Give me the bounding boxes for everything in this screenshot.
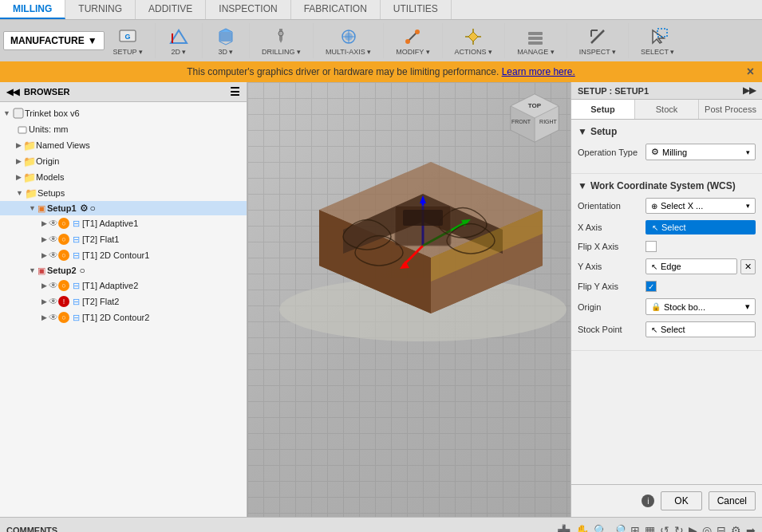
2d-tool-btn[interactable]: 2D ▾: [162, 23, 195, 58]
flip-x-axis-checkbox[interactable]: [646, 241, 657, 252]
x-axis-select-btn[interactable]: ↖ Select: [646, 220, 756, 234]
orientation-label: Orientation: [578, 201, 646, 211]
alert-close-btn[interactable]: ×: [747, 65, 754, 79]
viewport[interactable]: Y TOP RIGHT FRONT: [247, 82, 571, 517]
svg-text:FRONT: FRONT: [511, 119, 531, 124]
bottom-zoom-out-icon[interactable]: 🔎: [612, 524, 626, 533]
browser-collapse-icon[interactable]: ◀◀: [6, 87, 19, 97]
bottom-arrow-icon[interactable]: ➡: [746, 524, 756, 533]
toolbar-group-actions: ACTIONS ▾: [449, 23, 506, 58]
panel-expand-icon[interactable]: ▶▶: [743, 85, 756, 96]
wcs-section-header[interactable]: ▼ Work Coordinate System (WCS): [578, 180, 756, 191]
manage-label: MANAGE ▾: [517, 48, 555, 56]
tree-item-setups[interactable]: ▼ 📁 Setups: [0, 185, 247, 201]
bottom-rotate-right-icon[interactable]: ↻: [674, 524, 684, 533]
bottom-minus-icon[interactable]: ⊟: [717, 524, 726, 533]
orientation-dropdown[interactable]: ⊕ Select X ... ▾: [646, 198, 756, 214]
bottom-rotate-left-icon[interactable]: ↺: [660, 524, 669, 533]
tab-additive[interactable]: ADDITIVE: [136, 0, 206, 19]
y-axis-label: Y Axis: [578, 262, 646, 271]
flip-x-axis-label: Flip X Axis: [578, 242, 646, 251]
tree-label-units: Units: mm: [29, 124, 69, 134]
setup-tool-btn[interactable]: G SETUP ▾: [108, 23, 148, 58]
orientation-control: ⊕ Select X ... ▾: [646, 198, 756, 214]
actions-icon: [462, 26, 484, 48]
tab-turning[interactable]: TURNING: [65, 0, 136, 19]
setup-section-header[interactable]: ▼ Setup: [578, 126, 756, 137]
cancel-button[interactable]: Cancel: [709, 491, 756, 510]
nav-cube[interactable]: TOP RIGHT FRONT: [507, 90, 563, 146]
setup1-circle-icon: ○: [90, 203, 96, 214]
bottom-grid-icon[interactable]: ⊞: [630, 524, 640, 533]
x-axis-btn-label: Select: [661, 223, 686, 232]
actions-tool-btn[interactable]: ACTIONS ▾: [449, 23, 499, 58]
toolbar-group-setup: G SETUP ▾: [108, 23, 156, 58]
drilling-tool-btn[interactable]: DRILLING ▾: [256, 23, 306, 58]
tree-item-t1-2dcontour2[interactable]: ▶ 👁 ○ ⊟ [T1] 2D Contour2: [0, 309, 247, 325]
tree-item-origin[interactable]: ▶ 📁 Origin: [0, 153, 247, 169]
2d-label: 2D ▾: [171, 48, 186, 56]
bottom-hand-icon[interactable]: ✋: [575, 524, 589, 533]
2d-icon: [168, 26, 190, 48]
tree-label-setup1: Setup1: [47, 203, 77, 213]
bottom-circle-icon[interactable]: ◎: [702, 524, 712, 533]
3d-tool-btn[interactable]: 3D ▾: [209, 23, 243, 58]
inspect-tool-btn[interactable]: INSPECT ▾: [574, 23, 622, 58]
bottom-zoom-in-icon[interactable]: 🔍: [594, 524, 607, 533]
tree-item-t1-adaptive2[interactable]: ▶ 👁 ○ ⊟ [T1] Adaptive2: [0, 278, 247, 294]
panel-tab-postprocess[interactable]: Post Process: [699, 100, 762, 119]
browser-menu-icon[interactable]: ☰: [230, 85, 240, 98]
tab-fabrication[interactable]: FABRICATION: [291, 0, 381, 19]
tree-item-root[interactable]: ▼ Trinket box v6: [0, 105, 247, 121]
y-axis-clear-btn[interactable]: ✕: [740, 259, 756, 274]
models-chevron: ▶: [16, 173, 22, 181]
alert-banner: This computer's graphics driver or hardw…: [0, 61, 762, 82]
tree-item-setup1[interactable]: ▼ ▣ Setup1 ⚙ ○: [0, 201, 247, 215]
bottom-play-icon[interactable]: ▶: [689, 524, 697, 533]
setup1-chevron: ▼: [29, 204, 36, 212]
toolbar-group-select: SELECT ▾: [635, 23, 686, 58]
tree-item-t2-flat2[interactable]: ▶ 👁 ! ⊟ [T2] Flat2: [0, 294, 247, 309]
drilling-icon: [270, 26, 292, 48]
panel-tab-stock[interactable]: Stock: [635, 100, 699, 119]
tab-milling[interactable]: MILLING: [0, 0, 65, 19]
tree-item-models[interactable]: ▶ 📁 Models: [0, 169, 247, 185]
manufacture-button[interactable]: MANUFACTURE ▼: [3, 31, 105, 50]
panel-tab-stock-label: Stock: [656, 104, 678, 114]
panel-tab-setup-label: Setup: [590, 104, 615, 114]
origin-form-label: Origin: [578, 302, 646, 312]
tree-item-t1-adaptive1[interactable]: ▶ 👁 ○ ⊟ [T1] Adaptive1: [0, 215, 247, 231]
tree-item-units[interactable]: Units: mm: [0, 121, 247, 137]
flip-y-axis-row: Flip Y Axis: [578, 281, 756, 292]
flip-y-axis-checkbox[interactable]: [646, 281, 657, 292]
operation-type-chevron: ▾: [746, 148, 750, 156]
stock-icon: 🔒: [651, 302, 661, 311]
bottom-table-icon[interactable]: ▦: [645, 524, 655, 533]
tree-item-t2-flat1[interactable]: ▶ 👁 ○ ⊟ [T2] Flat1: [0, 231, 247, 247]
multiaxis-tool-btn[interactable]: MULTI-AXIS ▾: [320, 23, 377, 58]
svg-point-3: [278, 31, 283, 36]
info-icon[interactable]: i: [642, 495, 654, 507]
bottom-add-icon[interactable]: ➕: [557, 524, 571, 533]
y-axis-edge-btn[interactable]: ↖ Edge: [646, 258, 737, 274]
tree-label-t1-adaptive1: [T1] Adaptive1: [82, 219, 138, 228]
svg-rect-8: [528, 32, 543, 35]
tree-item-named-views[interactable]: ▶ 📁 Named Views: [0, 137, 247, 153]
alert-link[interactable]: Learn more here.: [502, 66, 575, 77]
modify-tool-btn[interactable]: MODIFY ▾: [390, 23, 435, 58]
select-tool-btn[interactable]: SELECT ▾: [635, 23, 680, 58]
tree-item-setup2[interactable]: ▼ ▣ Setup2 ○: [0, 263, 247, 278]
origin-chevron: ▾: [745, 301, 750, 312]
tree-item-t1-2dcontour1[interactable]: ▶ 👁 ○ ⊟ [T1] 2D Contour1: [0, 247, 247, 263]
setup-icon: G: [116, 26, 139, 48]
tab-utilities[interactable]: UTILITIES: [381, 0, 452, 19]
stock-point-select-btn[interactable]: ↖ Select: [646, 321, 756, 337]
tree-label-models: Models: [36, 172, 64, 182]
operation-type-dropdown[interactable]: ⚙ Milling ▾: [646, 144, 756, 160]
manage-tool-btn[interactable]: MANAGE ▾: [511, 23, 560, 58]
ok-button[interactable]: OK: [661, 491, 701, 510]
panel-tab-setup[interactable]: Setup: [571, 100, 635, 119]
bottom-settings-icon[interactable]: ⚙: [731, 524, 741, 533]
tab-inspection[interactable]: INSPECTION: [206, 0, 290, 19]
origin-dropdown[interactable]: 🔒 Stock bo... ▾: [646, 298, 756, 315]
